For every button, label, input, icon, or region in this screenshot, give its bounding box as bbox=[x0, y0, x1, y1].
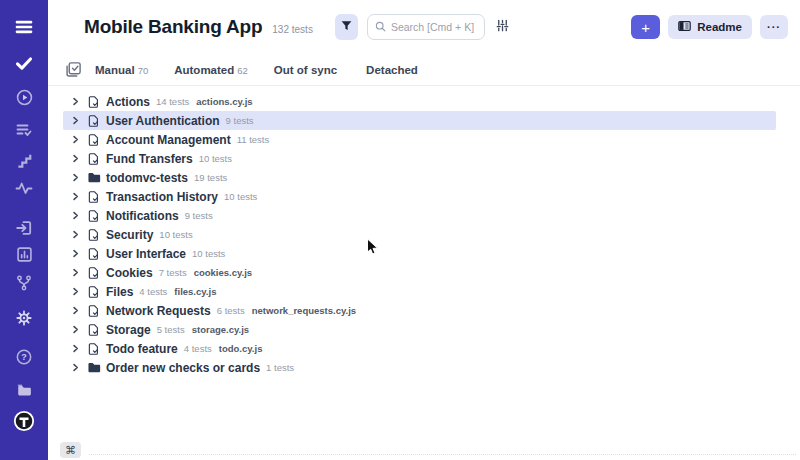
suite-file-name: files.cy.js bbox=[174, 286, 216, 297]
suite-title: Account Management bbox=[106, 133, 231, 147]
suite-title: Notifications bbox=[106, 209, 179, 223]
search-input[interactable] bbox=[391, 21, 477, 33]
select-all-icon[interactable] bbox=[64, 61, 82, 79]
chevron-right-icon[interactable] bbox=[71, 287, 81, 297]
suite-title: Files bbox=[106, 285, 133, 299]
chevron-right-icon[interactable] bbox=[71, 306, 81, 316]
svg-text:?: ? bbox=[21, 352, 27, 362]
branches-icon[interactable] bbox=[0, 272, 48, 294]
file-check-icon bbox=[86, 322, 101, 337]
chevron-right-icon[interactable] bbox=[71, 325, 81, 335]
chevron-right-icon[interactable] bbox=[71, 97, 81, 107]
readme-button[interactable]: Readme bbox=[668, 15, 752, 39]
folder-icon bbox=[86, 170, 101, 185]
suite-test-count: 11 tests bbox=[237, 134, 270, 145]
suite-title: Todo feature bbox=[106, 342, 178, 356]
testomat-logo[interactable] bbox=[0, 409, 48, 433]
chevron-right-icon[interactable] bbox=[71, 173, 81, 183]
list-item[interactable]: Cookies 7 tests cookies.cy.js bbox=[63, 263, 776, 282]
steps-icon[interactable] bbox=[0, 149, 48, 171]
suite-test-count: 10 tests bbox=[192, 248, 225, 259]
file-check-icon bbox=[86, 341, 101, 356]
list-item[interactable]: Actions 14 tests actions.cy.js bbox=[63, 92, 776, 111]
list-item[interactable]: Storage 5 tests storage.cy.js bbox=[63, 320, 776, 339]
suite-title: Network Requests bbox=[106, 304, 211, 318]
sidebar: ? bbox=[0, 0, 48, 460]
tab-out-of-sync[interactable]: Out of sync bbox=[274, 64, 340, 76]
search-settings-button[interactable] bbox=[492, 16, 514, 38]
suite-test-count: 9 tests bbox=[226, 115, 254, 126]
activity-icon[interactable] bbox=[0, 177, 48, 199]
suite-test-count: 4 tests bbox=[139, 286, 167, 297]
chevron-right-icon[interactable] bbox=[71, 211, 81, 221]
suite-test-count: 10 tests bbox=[224, 191, 257, 202]
list-item[interactable]: User Interface 10 tests bbox=[63, 244, 776, 263]
list-item[interactable]: Order new checks or cards 1 tests bbox=[63, 358, 776, 377]
file-check-icon bbox=[86, 113, 101, 128]
list-item[interactable]: Todo feature 4 tests todo.cy.js bbox=[63, 339, 776, 358]
tab-detached[interactable]: Detached bbox=[366, 64, 421, 76]
suite-title: User Interface bbox=[106, 247, 186, 261]
add-button[interactable]: + bbox=[631, 15, 660, 39]
chevron-right-icon[interactable] bbox=[71, 116, 81, 126]
list-item[interactable]: Security 10 tests bbox=[63, 225, 776, 244]
chevron-right-icon[interactable] bbox=[71, 363, 81, 373]
suite-test-count: 10 tests bbox=[199, 153, 232, 164]
filter-button[interactable] bbox=[335, 14, 358, 40]
suite-title: todomvc-tests bbox=[106, 171, 188, 185]
list-item[interactable]: Network Requests 6 tests network_request… bbox=[63, 301, 776, 320]
suite-title: Fund Transfers bbox=[106, 152, 193, 166]
suite-title: Security bbox=[106, 228, 153, 242]
suite-test-count: 5 tests bbox=[157, 324, 185, 335]
list-item[interactable]: Fund Transfers 10 tests bbox=[63, 149, 776, 168]
tab-automated[interactable]: Automated 62 bbox=[174, 64, 248, 76]
top-bar: Mobile Banking App 132 tests + bbox=[48, 0, 800, 54]
readme-label: Readme bbox=[697, 21, 742, 33]
chevron-right-icon[interactable] bbox=[71, 249, 81, 259]
play-circle-icon[interactable] bbox=[0, 86, 48, 108]
analytics-icon[interactable] bbox=[0, 243, 48, 265]
chevron-right-icon[interactable] bbox=[71, 344, 81, 354]
help-icon[interactable]: ? bbox=[0, 346, 48, 368]
search-box[interactable] bbox=[367, 14, 485, 40]
file-check-icon bbox=[86, 132, 101, 147]
tab-manual[interactable]: Manual 70 bbox=[95, 64, 148, 76]
file-check-icon bbox=[86, 189, 101, 204]
suite-title: Transaction History bbox=[106, 190, 218, 204]
chevron-right-icon[interactable] bbox=[71, 230, 81, 240]
chevron-right-icon[interactable] bbox=[71, 268, 81, 278]
footer-divider bbox=[89, 454, 796, 455]
settings-gear-icon[interactable] bbox=[0, 307, 48, 329]
file-check-icon bbox=[86, 265, 101, 280]
folder-icon bbox=[86, 360, 101, 375]
import-icon[interactable] bbox=[0, 217, 48, 239]
footer-bar: ⌘ bbox=[48, 440, 800, 460]
more-options-button[interactable]: ··· bbox=[760, 15, 788, 39]
chevron-right-icon[interactable] bbox=[71, 192, 81, 202]
app-window: ? Mobile Banking App 132 tests bbox=[0, 0, 800, 460]
list-item[interactable]: todomvc-tests 19 tests bbox=[63, 168, 776, 187]
file-check-icon bbox=[86, 208, 101, 223]
list-item[interactable]: Transaction History 10 tests bbox=[63, 187, 776, 206]
suite-file-name: actions.cy.js bbox=[196, 96, 252, 107]
list-item[interactable]: Files 4 tests files.cy.js bbox=[63, 282, 776, 301]
projects-folder-icon[interactable] bbox=[0, 379, 48, 401]
file-check-icon bbox=[86, 94, 101, 109]
menu-icon[interactable] bbox=[0, 16, 48, 38]
check-icon[interactable] bbox=[0, 52, 48, 74]
keyboard-shortcut-button[interactable]: ⌘ bbox=[60, 442, 81, 458]
suite-test-count: 7 tests bbox=[159, 267, 187, 278]
chevron-right-icon[interactable] bbox=[71, 154, 81, 164]
test-plans-icon[interactable] bbox=[0, 119, 48, 141]
suite-title: Storage bbox=[106, 323, 151, 337]
suite-test-count: 14 tests bbox=[156, 96, 189, 107]
suite-test-count: 6 tests bbox=[217, 305, 245, 316]
suite-title: User Authentication bbox=[106, 114, 220, 128]
list-item[interactable]: User Authentication 9 tests bbox=[63, 111, 776, 130]
suite-test-count: 19 tests bbox=[194, 172, 227, 183]
suite-test-count: 4 tests bbox=[184, 343, 212, 354]
chevron-right-icon[interactable] bbox=[71, 135, 81, 145]
list-item[interactable]: Account Management 11 tests bbox=[63, 130, 776, 149]
list-item[interactable]: Notifications 9 tests bbox=[63, 206, 776, 225]
suite-file-name: cookies.cy.js bbox=[194, 267, 252, 278]
